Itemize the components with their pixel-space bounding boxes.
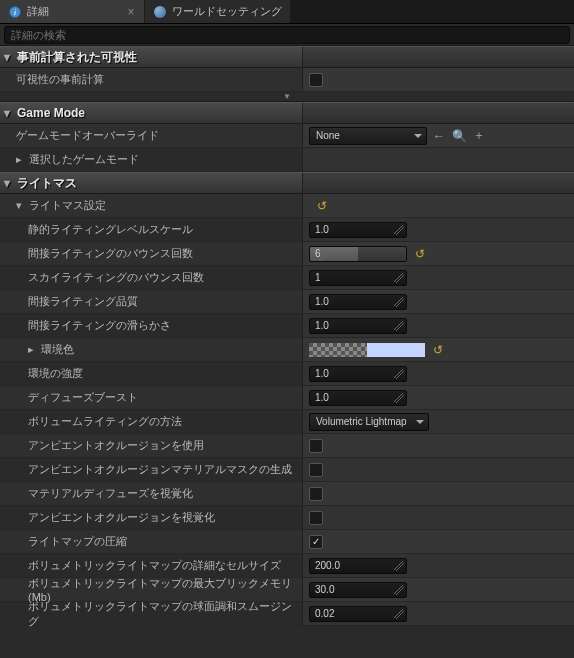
add-icon[interactable]: ＋ [471,128,487,144]
row-label: ライトマップの圧縮 [0,530,302,553]
checkbox-vis-mat-diffuse[interactable] [309,487,323,501]
row-label: アンビエントオクルージョンを使用 [0,434,302,457]
row-label: ボリュメトリックライトマップの球面調和スムージング [0,602,302,625]
row-label: ▾ ライトマス設定 [0,194,302,217]
row-label: マテリアルディフューズを視覚化 [0,482,302,505]
category-precomputed-visibility[interactable]: ▾ 事前計算された可視性 [0,46,574,68]
checkbox-use-ao[interactable] [309,439,323,453]
category-title: ライトマス [17,175,77,192]
checkbox-precompute-visibility[interactable] [309,73,323,87]
info-icon: i [8,5,22,19]
chevron-down-icon: ▾ [4,50,14,64]
expand-bar[interactable]: ▼ [0,92,574,102]
dropdown-gamemode-override[interactable]: None [309,127,427,145]
row-label: ▸ 環境色 [0,338,302,361]
row-label: ボリュームライティングの方法 [0,410,302,433]
dropdown-volume-lighting-method[interactable]: Volumetric Lightmap [309,413,429,431]
spinbox-spherical-smooth[interactable]: 0.02 [309,606,407,622]
row-label: ディフューズブースト [0,386,302,409]
row-label: 間接ライティングの滑らかさ [0,314,302,337]
row-label: 間接ライティング品質 [0,290,302,313]
spinbox-bounce-count[interactable]: 6 [309,246,407,262]
row-label: アンビエントオクルージョンを視覚化 [0,506,302,529]
tab-world-settings[interactable]: ワールドセッティング [145,0,291,23]
row-label: ▸ 選択したゲームモード [0,148,302,171]
tab-details[interactable]: i 詳細 × [0,0,145,23]
row-label: アンビエントオクルージョンマテリアルマスクの生成 [0,458,302,481]
row-label: ゲームモードオーバーライド [0,124,302,147]
checkbox-compress-lightmap[interactable] [309,535,323,549]
reset-icon[interactable]: ↺ [315,199,329,213]
search-input[interactable] [4,26,570,44]
row-label: 間接ライティングのバウンス回数 [0,242,302,265]
reset-icon[interactable]: ↺ [413,247,427,261]
spinbox-static-level-scale[interactable]: 1.0 [309,222,407,238]
spinbox-max-brick-mem[interactable]: 30.0 [309,582,407,598]
category-title: 事前計算された可視性 [17,49,137,66]
spinbox-indirect-smooth[interactable]: 1.0 [309,318,407,334]
browse-icon[interactable]: 🔍 [451,128,467,144]
chevron-right-icon[interactable]: ▸ [28,343,38,356]
tab-label: 詳細 [27,4,49,19]
globe-icon [153,5,167,19]
chevron-right-icon[interactable]: ▸ [16,153,26,166]
checkbox-vis-ao[interactable] [309,511,323,525]
spinbox-env-intensity[interactable]: 1.0 [309,366,407,382]
category-game-mode[interactable]: ▾ Game Mode [0,102,574,124]
chevron-down-icon: ▾ [4,106,14,120]
category-lightmass[interactable]: ▾ ライトマス [0,172,574,194]
tab-label: ワールドセッティング [172,4,282,19]
spinbox-indirect-quality[interactable]: 1.0 [309,294,407,310]
color-swatch-env[interactable] [309,343,425,357]
row-label: スカイライティングのバウンス回数 [0,266,302,289]
chevron-down-icon[interactable]: ▾ [16,199,26,212]
row-label: 環境の強度 [0,362,302,385]
reset-icon[interactable]: ↺ [431,343,445,357]
back-arrow-icon[interactable]: ← [431,128,447,144]
row-label: 静的ライティングレベルスケール [0,218,302,241]
spinbox-sky-bounce[interactable]: 1 [309,270,407,286]
checkbox-gen-ao-mask[interactable] [309,463,323,477]
category-title: Game Mode [17,106,85,120]
spinbox-cell-size[interactable]: 200.0 [309,558,407,574]
row-label: ボリュメトリックライトマップの詳細なセルサイズ [0,554,302,577]
row-label: 可視性の事前計算 [0,68,302,91]
close-icon[interactable]: × [124,5,138,19]
chevron-down-icon: ▾ [4,176,14,190]
spinbox-diffuse-boost[interactable]: 1.0 [309,390,407,406]
